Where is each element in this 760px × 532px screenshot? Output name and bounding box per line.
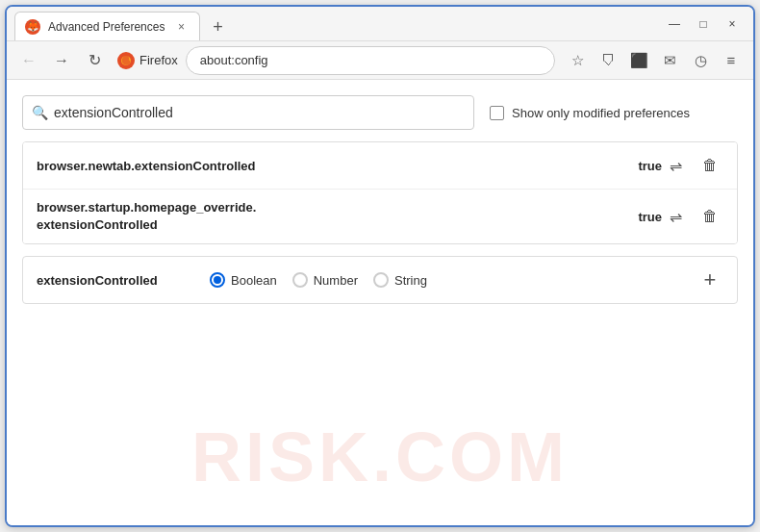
browser-name-label: Firefox [139, 53, 178, 67]
window-controls: — □ × [661, 11, 746, 38]
page-content: RISK.COM 🔍 Show only modified preference… [7, 80, 753, 525]
search-input-wrap: 🔍 [22, 95, 474, 130]
radio-option-number[interactable]: Number [292, 272, 358, 288]
preference-search-input[interactable] [22, 95, 474, 130]
search-section: 🔍 Show only modified preferences [22, 95, 738, 130]
pref-swap-button-2[interactable]: ⇌ [662, 203, 689, 230]
show-modified-checkbox[interactable] [490, 106, 504, 120]
pref-value-1: true [628, 159, 662, 173]
sync-icon[interactable]: ✉ [655, 46, 684, 75]
pref-delete-button-2[interactable]: 🗑 [697, 203, 723, 230]
tab-strip: 🦊 Advanced Preferences × + [14, 7, 653, 40]
add-preference-section: extensionControlled Boolean Number Strin… [22, 256, 738, 304]
search-icon: 🔍 [32, 105, 48, 120]
pref-name-2: browser.startup.homepage_override. exten… [37, 199, 628, 234]
new-pref-name-label: extensionControlled [37, 273, 190, 288]
bookmark-icon[interactable]: ☆ [563, 46, 592, 75]
watermark: RISK.COM [191, 418, 569, 496]
tab-title: Advanced Preferences [48, 20, 165, 34]
pref-name-1: browser.newtab.extensionControlled [37, 159, 628, 173]
add-preference-button[interactable]: + [697, 266, 723, 293]
radio-label-number: Number [314, 273, 358, 288]
pref-swap-button-1[interactable]: ⇌ [662, 152, 689, 179]
radio-option-boolean[interactable]: Boolean [210, 272, 277, 288]
title-bar: 🦊 Advanced Preferences × + — □ × [7, 7, 753, 41]
menu-icon[interactable]: ≡ [717, 46, 746, 75]
url-input[interactable] [186, 46, 555, 75]
new-tab-button[interactable]: + [204, 13, 231, 40]
browser-window: 🦊 Advanced Preferences × + — □ × ← → ↻ F… [5, 5, 755, 527]
reload-button[interactable]: ↻ [80, 46, 109, 75]
extension-icon[interactable]: ⬛ [624, 46, 653, 75]
radio-circle-number [292, 272, 308, 288]
pocket-icon[interactable]: ⛉ [594, 46, 622, 75]
radio-label-string: String [394, 273, 427, 288]
tab-favicon: 🦊 [25, 19, 40, 35]
radio-circle-boolean [210, 272, 225, 288]
maximize-button[interactable]: □ [690, 11, 717, 38]
nav-toolbar-icons: ☆ ⛉ ⬛ ✉ ◷ ≡ [563, 46, 746, 75]
nav-bar: ← → ↻ Firefox ☆ ⛉ ⬛ ✉ ◷ ≡ [7, 41, 753, 80]
history-icon[interactable]: ◷ [686, 46, 715, 75]
table-row: browser.startup.homepage_override. exten… [23, 190, 737, 243]
pref-value-2: true [628, 210, 662, 224]
minimize-button[interactable]: — [661, 11, 688, 38]
pref-actions-2: ⇌ 🗑 [662, 203, 723, 230]
active-tab[interactable]: 🦊 Advanced Preferences × [14, 12, 200, 40]
firefox-logo-icon [116, 51, 136, 70]
radio-circle-string [373, 272, 389, 288]
close-button[interactable]: × [719, 11, 746, 38]
table-row: browser.newtab.extensionControlled true … [23, 142, 737, 190]
type-radio-group: Boolean Number String [210, 272, 677, 288]
pref-delete-button-1[interactable]: 🗑 [697, 152, 723, 179]
back-button[interactable]: ← [14, 46, 43, 75]
radio-option-string[interactable]: String [373, 272, 427, 288]
show-modified-label: Show only modified preferences [512, 106, 690, 120]
preferences-results-table: browser.newtab.extensionControlled true … [22, 141, 738, 244]
tab-close-button[interactable]: × [172, 18, 190, 36]
show-modified-wrap: Show only modified preferences [490, 106, 690, 120]
pref-actions-1: ⇌ 🗑 [662, 152, 723, 179]
radio-label-boolean: Boolean [231, 273, 277, 288]
forward-button[interactable]: → [47, 46, 76, 75]
browser-brand: Firefox [116, 51, 178, 70]
